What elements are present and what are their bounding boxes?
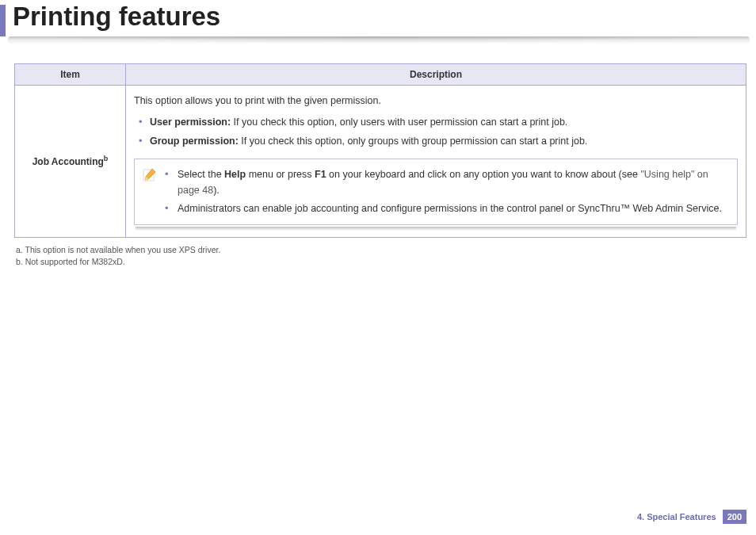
footnotes: a. This option is not available when you… bbox=[16, 244, 745, 267]
note-list: Select the Help menu or press F1 on your… bbox=[165, 166, 729, 218]
accent-bar bbox=[0, 5, 6, 36]
note-icon bbox=[141, 166, 158, 183]
bullet2-rest: If you check this option, only groups wi… bbox=[239, 136, 588, 147]
item-cell: Job Accountingb bbox=[15, 86, 126, 238]
bullet1-rest: If you check this option, only users wit… bbox=[231, 117, 567, 128]
note-shadow bbox=[136, 227, 736, 231]
permission-list: User permission: If you check this optio… bbox=[139, 113, 738, 151]
page-number: 200 bbox=[723, 510, 746, 524]
page-title: Printing features bbox=[0, 0, 756, 36]
page-footer: 4. Special Features 200 bbox=[637, 510, 746, 524]
list-item: Select the Help menu or press F1 on your… bbox=[165, 166, 729, 200]
note2-link: SyncThru™ Web Admin Service bbox=[578, 203, 719, 214]
item-sup: b bbox=[104, 155, 109, 162]
footnote-a: a. This option is not available when you… bbox=[16, 244, 745, 256]
list-item: User permission: If you check this optio… bbox=[139, 113, 738, 132]
note1-f1: F1 bbox=[315, 169, 326, 180]
features-table: Item Description Job Accountingb This op… bbox=[14, 63, 746, 238]
chapter-label: 4. Special Features bbox=[637, 512, 716, 522]
col-header-description: Description bbox=[126, 64, 746, 86]
table-row: Job Accountingb This option allows you t… bbox=[15, 86, 746, 238]
note1-pre: Select the bbox=[178, 169, 224, 180]
item-label: Job Accounting bbox=[32, 156, 104, 167]
note1-end: ). bbox=[213, 185, 220, 196]
list-item: Group permission: If you check this opti… bbox=[139, 132, 738, 151]
note2-pre: Administrators can enable job accounting… bbox=[178, 203, 578, 214]
bullet2-strong: Group permission: bbox=[150, 136, 239, 147]
note1-mid: menu or press bbox=[246, 169, 315, 180]
table-header-row: Item Description bbox=[15, 64, 746, 86]
description-cell: This option allows you to print with the… bbox=[126, 86, 746, 238]
note2-end: . bbox=[719, 203, 721, 214]
note1-help: Help bbox=[224, 169, 246, 180]
col-header-item: Item bbox=[15, 64, 126, 86]
list-item: Administrators can enable job accounting… bbox=[165, 200, 729, 218]
note1-post: on your keyboard and click on any option… bbox=[326, 169, 641, 180]
intro-text: This option allows you to print with the… bbox=[134, 94, 738, 109]
footnote-b: b. Not supported for M382xD. bbox=[16, 256, 745, 268]
title-shadow-inset bbox=[24, 36, 732, 43]
page-header: Printing features bbox=[0, 0, 756, 43]
note-box: Select the Help menu or press F1 on your… bbox=[134, 159, 738, 225]
table-wrap: Item Description Job Accountingb This op… bbox=[14, 63, 746, 238]
bullet1-strong: User permission: bbox=[150, 117, 231, 128]
